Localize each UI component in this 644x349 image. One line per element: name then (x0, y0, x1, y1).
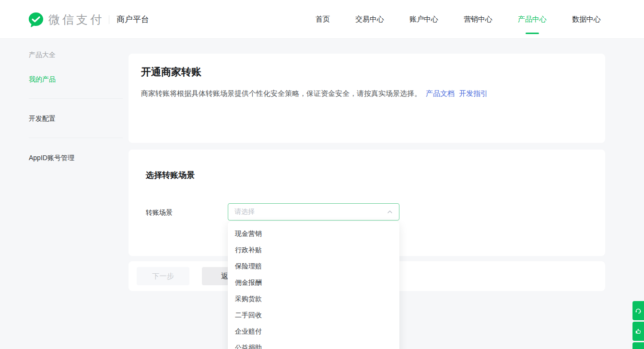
platform-label: 商户平台 (117, 14, 149, 25)
intro-card: 开通商家转账 商家转账将根据具体转账场景提供个性化安全策略，保证资金安全，请按真… (129, 54, 605, 143)
sidebar-item-my-products[interactable]: 我的产品 (29, 75, 123, 84)
nav-item-home[interactable]: 首页 (316, 0, 330, 39)
floating-sidebar-buttons (632, 301, 644, 349)
nav-item-transactions[interactable]: 交易中心 (355, 0, 384, 39)
customer-service-icon[interactable] (632, 301, 644, 320)
sidebar-divider (29, 98, 123, 99)
dropdown-option-secondhand[interactable]: 二手回收 (228, 307, 399, 323)
transfer-scene-dropdown: 现金营销 行政补贴 保险理赔 佣金报酬 采购货款 二手回收 企业赔付 公益捐助 (228, 221, 399, 349)
dropdown-option-insurance-claim[interactable]: 保险理赔 (228, 258, 399, 274)
logo-wordmark: 微信支付 (48, 12, 104, 27)
sidebar-item-dev-config[interactable]: 开发配置 (29, 115, 123, 123)
chevron-up-icon (387, 209, 393, 215)
form-section-title: 选择转账场景 (146, 170, 195, 181)
feedback-icon[interactable] (632, 322, 644, 341)
transfer-scene-select[interactable]: 请选择 (228, 203, 399, 221)
dev-guide-link[interactable]: 开发指引 (459, 89, 488, 97)
page-description: 商家转账将根据具体转账场景提供个性化安全策略，保证资金安全，请按真实场景选择。产… (141, 89, 488, 98)
nav-item-account[interactable]: 账户中心 (410, 0, 438, 39)
dropdown-option-enterprise-compensation[interactable]: 企业赔付 (228, 323, 399, 339)
brand-area: 微信支付 商户平台 (28, 0, 149, 39)
sidebar-item-appid-management[interactable]: AppID账号管理 (29, 154, 123, 163)
product-doc-link[interactable]: 产品文档 (426, 89, 455, 97)
dropdown-option-charity[interactable]: 公益捐助 (228, 339, 399, 349)
dropdown-option-commission[interactable]: 佣金报酬 (228, 274, 399, 291)
dropdown-option-procurement[interactable]: 采购货款 (228, 291, 399, 307)
nav-item-marketing[interactable]: 营销中心 (464, 0, 492, 39)
transfer-scene-label: 转账场景 (146, 209, 173, 217)
page-title: 开通商家转账 (141, 65, 201, 79)
nav-item-data[interactable]: 数据中心 (572, 0, 601, 39)
nav-item-products[interactable]: 产品中心 (518, 0, 547, 39)
sidebar-divider (29, 138, 123, 138)
wechat-pay-logo-icon (28, 12, 44, 28)
sidebar-section-label: 产品大全 (29, 51, 123, 59)
sidebar: 产品大全 我的产品 开发配置 AppID账号管理 (29, 39, 123, 163)
main-nav: 首页 交易中心 账户中心 营销中心 产品中心 数据中心 (316, 0, 601, 39)
top-header: 微信支付 商户平台 首页 交易中心 账户中心 营销中心 产品中心 数据中心 (0, 0, 644, 39)
next-step-button[interactable]: 下一步 (137, 267, 189, 285)
dropdown-option-admin-subsidy[interactable]: 行政补贴 (228, 242, 399, 258)
select-placeholder: 请选择 (234, 208, 387, 216)
description-text: 商家转账将根据具体转账场景提供个性化安全策略，保证资金安全，请按真实场景选择。 (141, 89, 422, 97)
header-divider (109, 15, 109, 24)
dropdown-option-cash-marketing[interactable]: 现金营销 (228, 225, 399, 242)
survey-icon[interactable] (632, 342, 644, 349)
